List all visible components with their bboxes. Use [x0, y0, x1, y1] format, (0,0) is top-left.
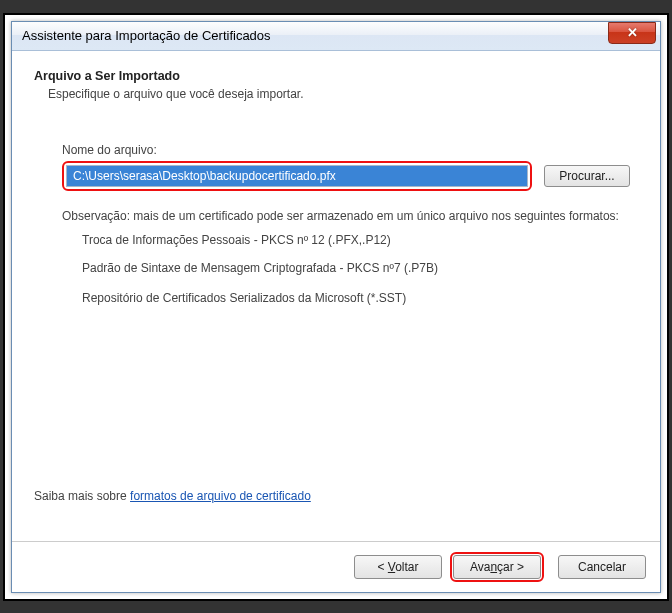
formats-note: Observação: mais de um certificado pode …	[62, 209, 630, 223]
format-item: Troca de Informações Pessoais - PKCS nº …	[82, 233, 630, 247]
back-button[interactable]: < Voltar	[354, 555, 442, 579]
format-item: Repositório de Certificados Serializados…	[82, 291, 630, 305]
format-item: Padrão de Sintaxe de Mensagem Criptograf…	[82, 261, 630, 275]
learn-more-prefix: Saiba mais sobre	[34, 489, 130, 503]
next-button-highlight: Avançar >	[450, 552, 544, 582]
learn-more-link[interactable]: formatos de arquivo de certificado	[130, 489, 311, 503]
browse-button[interactable]: Procurar...	[544, 165, 630, 187]
content-area: Arquivo a Ser Importado Especifique o ar…	[12, 51, 660, 541]
close-icon: ✕	[627, 25, 638, 40]
close-button[interactable]: ✕	[608, 22, 656, 44]
next-button[interactable]: Avançar >	[453, 555, 541, 579]
learn-more-line: Saiba mais sobre formatos de arquivo de …	[34, 489, 638, 503]
wizard-window: Assistente para Importação de Certificad…	[11, 21, 661, 593]
file-name-input[interactable]	[66, 165, 528, 187]
file-name-label: Nome do arquivo:	[62, 143, 630, 157]
cancel-button[interactable]: Cancelar	[558, 555, 646, 579]
button-row: < Voltar Avançar > Cancelar	[12, 541, 660, 592]
titlebar: Assistente para Importação de Certificad…	[12, 22, 660, 51]
page-subheading: Especifique o arquivo que você deseja im…	[48, 87, 638, 101]
file-input-highlight	[62, 161, 532, 191]
page-heading: Arquivo a Ser Importado	[34, 69, 638, 83]
window-title: Assistente para Importação de Certificad…	[22, 28, 271, 43]
